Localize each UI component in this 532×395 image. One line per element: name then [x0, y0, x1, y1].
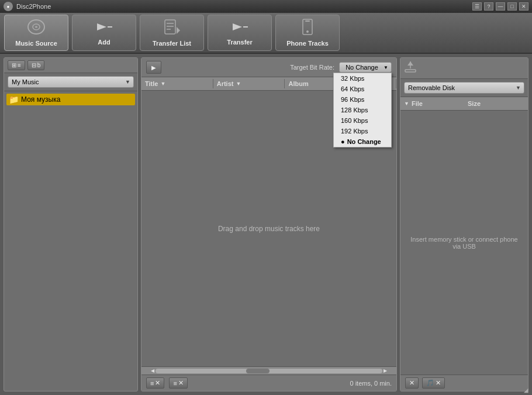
svg-point-14: [306, 30, 309, 33]
bit-rate-select-btn[interactable]: No Change: [339, 62, 392, 73]
delete-btn[interactable]: ✕: [405, 377, 419, 389]
left-btn-1[interactable]: ⊞≡: [8, 60, 25, 70]
removable-disk-select[interactable]: Removable Disk: [404, 82, 524, 94]
restore-control[interactable]: □: [507, 2, 517, 11]
phone-tracks-label: Phone Tracks: [286, 40, 329, 47]
transfer-label: Transfer: [227, 39, 252, 46]
scroll-track[interactable]: [156, 369, 382, 373]
app-title: Disc2Phone: [16, 3, 472, 10]
menu-control[interactable]: ☰: [472, 2, 482, 11]
phone-tracks-icon: [301, 19, 314, 39]
resize-handle[interactable]: ◢: [524, 387, 531, 394]
right-tracks-area: Insert memory stick or connect phone via…: [400, 111, 528, 375]
middle-panel: ▶ Target Bit Rate: No Change 32 Kbps 64 …: [141, 57, 397, 391]
file-tree: 📁 Моя музыка: [4, 91, 137, 391]
toolbar: Music Source Add Transfer L: [0, 13, 532, 54]
minimize-control[interactable]: —: [496, 2, 505, 11]
bitrate-96[interactable]: 96 Kbps: [334, 94, 391, 105]
bitrate-128[interactable]: 128 Kbps: [334, 105, 391, 115]
empty-tracks-text: Drag and drop music tracks here: [218, 225, 320, 233]
left-panel-toolbar: ⊞≡ ⊟b: [4, 58, 137, 73]
bitrate-192[interactable]: 192 Kbps: [334, 126, 391, 136]
bit-rate-label: Target Bit Rate:: [290, 64, 334, 71]
clear-sel-btn[interactable]: ≡✕: [169, 377, 187, 389]
toolbar-transfer[interactable]: Transfer: [208, 15, 272, 51]
window-controls: ☰ ? — □ ✕: [472, 2, 528, 11]
toolbar-phone-tracks[interactable]: Phone Tracks: [275, 15, 340, 51]
delete-icon: ✕: [409, 379, 414, 387]
transfer-list-icon: [163, 19, 181, 39]
scroll-thumb[interactable]: [246, 369, 270, 373]
svg-marker-3: [97, 23, 106, 30]
svg-point-2: [35, 26, 37, 28]
right-bottom-bar: ✕ 🎵✕: [400, 375, 528, 391]
right-col-size: Size: [464, 99, 528, 108]
status-text: 0 items, 0 min.: [350, 380, 392, 387]
music-source-icon: [27, 19, 46, 39]
folder-icon: 📁: [9, 95, 19, 104]
transfer-x-icon: ✕: [436, 379, 441, 387]
title-bar: ● Disc2Phone ☰ ? — □ ✕: [0, 0, 532, 13]
upload-icon[interactable]: [404, 60, 417, 76]
toolbar-add[interactable]: Add: [72, 15, 136, 51]
left-btn-2[interactable]: ⊟b: [27, 60, 45, 70]
help-control[interactable]: ?: [484, 2, 493, 11]
add-icon: [95, 20, 113, 37]
bitrate-32[interactable]: 32 Kbps: [334, 73, 391, 84]
svg-marker-9: [177, 27, 180, 34]
svg-rect-5: [165, 20, 175, 34]
title-sort-icon: ▼: [160, 81, 165, 87]
right-empty-text: Insert memory stick or connect phone via…: [406, 236, 522, 250]
bitrate-64[interactable]: 64 Kbps: [334, 84, 391, 94]
svg-rect-15: [405, 70, 416, 72]
add-label: Add: [98, 39, 110, 46]
transfer-icon: [230, 20, 249, 37]
scroll-right-icon[interactable]: ▶: [382, 368, 388, 373]
scroll-left-icon[interactable]: ◀: [150, 368, 156, 373]
middle-toolbar: ▶ Target Bit Rate: No Change 32 Kbps 64 …: [141, 58, 396, 77]
right-column-header: ▼ File Size: [400, 97, 528, 111]
transfer-phone-btn[interactable]: 🎵✕: [422, 377, 445, 389]
col-artist: Artist ▼: [213, 79, 285, 88]
clear-all-x-icon: ✕: [155, 379, 160, 387]
close-control[interactable]: ✕: [519, 2, 528, 11]
horizontal-scrollbar[interactable]: ◀ ▶: [141, 366, 396, 375]
svg-marker-17: [407, 61, 413, 66]
tree-item-label: Моя музыка: [21, 95, 60, 104]
transfer-list-label: Transfer List: [153, 40, 191, 47]
toolbar-transfer-list[interactable]: Transfer List: [140, 15, 204, 51]
bitrate-160[interactable]: 160 Kbps: [334, 115, 391, 126]
col-title: Title ▼: [141, 79, 213, 88]
svg-rect-13: [305, 20, 310, 22]
bitrate-nochange[interactable]: ●No Change: [334, 136, 391, 147]
bitrate-menu: 32 Kbps 64 Kbps 96 Kbps 128 Kbps 160 Kbp…: [333, 73, 392, 147]
main-content: ⊞≡ ⊟b My Music My Computer Audio CD 📁: [0, 54, 532, 395]
middle-bottom-bar: ≡✕ ≡✕ 0 items, 0 min.: [141, 375, 396, 391]
right-dropdown-wrapper: Removable Disk: [400, 79, 528, 97]
selected-bitrate: No Change: [346, 64, 378, 71]
app-icon: ●: [4, 2, 13, 11]
clear-sel-x-icon: ✕: [178, 379, 184, 387]
right-panel-toolbar: [400, 58, 528, 79]
toolbar-music-source[interactable]: Music Source: [4, 15, 68, 51]
music-source-select[interactable]: My Music My Computer Audio CD: [8, 76, 134, 88]
left-panel: ⊞≡ ⊟b My Music My Computer Audio CD 📁: [4, 57, 138, 391]
music-source-label: Music Source: [15, 40, 57, 47]
tree-item-my-music[interactable]: 📁 Моя музыка: [6, 94, 135, 105]
transfer-phone-icon: 🎵: [426, 379, 434, 387]
right-col-file: ▼ File: [400, 99, 464, 108]
play-button[interactable]: ▶: [146, 61, 161, 74]
svg-marker-10: [233, 23, 242, 30]
artist-sort-icon: ▼: [236, 81, 241, 87]
right-panel: Removable Disk ▼ File Size Insert memory…: [400, 57, 528, 391]
bit-rate-dropdown: No Change 32 Kbps 64 Kbps 96 Kbps 128 Kb…: [339, 62, 392, 73]
clear-all-btn[interactable]: ≡✕: [146, 377, 164, 389]
file-sort-icon: ▼: [404, 101, 409, 107]
left-dropdown-wrapper: My Music My Computer Audio CD: [4, 73, 137, 91]
